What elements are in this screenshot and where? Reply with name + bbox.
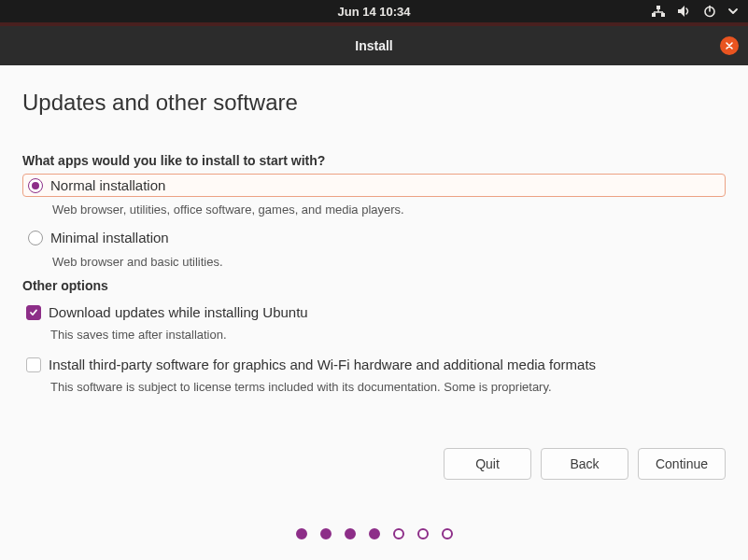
- system-topbar: Jun 14 10:34: [0, 0, 748, 22]
- check-icon: [29, 308, 38, 317]
- progress-dot: [417, 528, 429, 539]
- topbar-indicators: [651, 0, 739, 22]
- progress-dot: [320, 528, 332, 539]
- progress-dot: [345, 528, 356, 539]
- checkbox-download-desc: This saves time after installation.: [50, 328, 726, 342]
- radio-label: Minimal installation: [50, 230, 169, 245]
- button-bar: Quit Back Continue: [444, 448, 726, 480]
- quit-button[interactable]: Quit: [444, 448, 531, 480]
- radio-normal-installation[interactable]: Normal installation: [22, 174, 726, 197]
- checkbox-label: Download updates while installing Ubuntu: [49, 304, 308, 320]
- checkbox-third-party-desc: This software is subject to license term…: [50, 380, 726, 394]
- radio-normal-desc: Web browser, utilities, office software,…: [52, 203, 726, 217]
- checkbox-indicator: [26, 305, 41, 320]
- power-icon[interactable]: [703, 5, 716, 18]
- checkbox-download-updates[interactable]: Download updates while installing Ubuntu: [22, 302, 726, 322]
- progress-dot: [296, 528, 307, 539]
- other-options-title: Other options: [22, 278, 726, 293]
- apps-question: What apps would you like to install to s…: [22, 153, 726, 168]
- volume-icon[interactable]: [677, 5, 692, 18]
- radio-minimal-installation[interactable]: Minimal installation: [22, 226, 726, 249]
- checkbox-third-party[interactable]: Install third-party software for graphic…: [22, 355, 726, 374]
- continue-button[interactable]: Continue: [638, 448, 726, 480]
- svg-rect-0: [656, 6, 660, 9]
- window-titlebar: Install: [0, 26, 748, 65]
- installer-content: Updates and other software What apps wou…: [0, 65, 748, 394]
- page-heading: Updates and other software: [22, 90, 726, 116]
- svg-rect-1: [652, 13, 656, 17]
- topbar-datetime: Jun 14 10:34: [337, 5, 410, 19]
- progress-dot: [442, 528, 453, 539]
- svg-rect-2: [661, 13, 665, 17]
- window-title: Install: [355, 38, 392, 53]
- progress-dot: [393, 528, 404, 539]
- close-icon: [725, 41, 734, 50]
- close-button[interactable]: [720, 36, 739, 55]
- radio-indicator: [28, 178, 43, 193]
- radio-minimal-desc: Web browser and basic utilities.: [52, 255, 726, 269]
- back-button[interactable]: Back: [541, 448, 628, 480]
- progress-dot: [369, 528, 380, 539]
- radio-indicator: [28, 231, 43, 245]
- network-icon[interactable]: [651, 5, 666, 18]
- checkbox-label: Install third-party software for graphic…: [49, 357, 596, 372]
- chevron-down-icon[interactable]: [727, 6, 739, 17]
- progress-dots: [0, 528, 748, 539]
- checkbox-indicator: [26, 357, 41, 372]
- radio-label: Normal installation: [50, 177, 165, 193]
